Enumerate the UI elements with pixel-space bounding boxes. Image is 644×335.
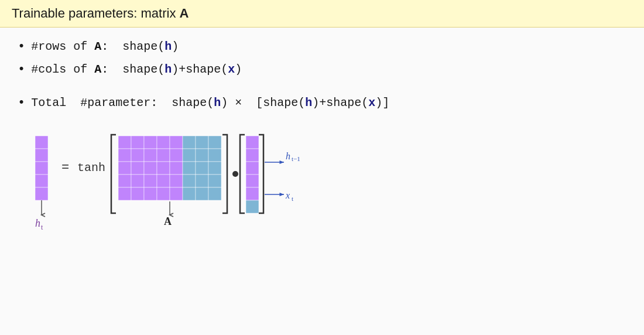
b3-total: Total #parameter: shape(: [31, 96, 214, 110]
svg-rect-30: [144, 187, 157, 200]
svg-rect-15: [144, 149, 157, 162]
svg-rect-10: [144, 136, 157, 149]
svg-rect-18: [118, 162, 131, 175]
b2-h: h: [165, 63, 172, 76]
vec-bracket-right: [259, 135, 263, 213]
svg-rect-52: [246, 175, 259, 187]
svg-rect-49: [246, 136, 259, 149]
diagram-svg: h t = tanh: [29, 124, 357, 265]
b1-A: A: [94, 40, 101, 53]
svg-rect-45: [183, 187, 196, 200]
equals-label: =: [61, 160, 69, 175]
matrix-a-label: A: [164, 216, 172, 227]
svg-rect-51: [246, 162, 259, 175]
b2-close: ): [235, 63, 242, 76]
svg-text:h: h: [35, 217, 40, 229]
b1-h: h: [165, 40, 172, 53]
slide: Trainable parameters: matrix A • #rows o…: [0, 0, 644, 335]
bullet2-text: #cols of A: shape(h)+shape(x): [31, 63, 242, 76]
svg-rect-27: [170, 175, 183, 187]
svg-rect-53: [246, 187, 259, 200]
bullet-rows: • #rows of A: shape(h): [18, 39, 626, 54]
xt-sub: t: [292, 195, 293, 202]
xt-label: x: [285, 190, 290, 200]
svg-rect-9: [131, 136, 144, 149]
svg-rect-42: [183, 175, 196, 187]
svg-rect-8: [118, 136, 131, 149]
svg-rect-43: [196, 175, 208, 187]
svg-rect-40: [196, 162, 208, 175]
svg-rect-44: [208, 175, 221, 187]
b2-plus: )+shape(: [172, 63, 228, 76]
b3-x: x: [368, 96, 375, 110]
xt-vector: [246, 200, 259, 213]
svg-rect-29: [131, 187, 144, 200]
dot-product: [232, 171, 238, 177]
svg-rect-23: [118, 175, 131, 187]
svg-rect-32: [170, 187, 183, 200]
svg-rect-14: [131, 149, 144, 162]
svg-rect-16: [157, 149, 170, 162]
svg-rect-22: [170, 162, 183, 175]
b3-h1: h: [214, 96, 221, 110]
svg-rect-37: [196, 149, 208, 162]
b1-prefix: #rows of: [31, 40, 94, 53]
b2-colon: : shape(: [101, 63, 165, 76]
svg-rect-46: [196, 187, 208, 200]
vec-bracket-left: [240, 135, 245, 213]
svg-rect-24: [131, 175, 144, 187]
svg-rect-31: [157, 187, 170, 200]
svg-rect-0: [35, 136, 48, 149]
content-area: • #rows of A: shape(h) • #cols of A: sha…: [0, 28, 644, 335]
title-bar: Trainable parameters: matrix A: [0, 0, 644, 28]
ht1-vector: [246, 136, 259, 200]
svg-rect-11: [157, 136, 170, 149]
svg-rect-47: [208, 187, 221, 200]
b1-close: ): [172, 40, 179, 53]
bracket-right: [222, 135, 227, 213]
svg-rect-28: [118, 187, 131, 200]
svg-rect-19: [131, 162, 144, 175]
svg-rect-54: [246, 200, 259, 213]
matrix-purple: [118, 136, 183, 200]
tanh-label: tanh: [77, 161, 105, 175]
b3-h2: h: [305, 96, 312, 110]
matrix-blue: [183, 136, 221, 200]
svg-rect-41: [208, 162, 221, 175]
b3-close: )]: [375, 96, 389, 110]
bullet-dot-1: •: [18, 39, 25, 54]
svg-rect-4: [35, 187, 48, 200]
b2-prefix: #cols of: [31, 63, 94, 76]
diagram-area: h t = tanh: [18, 124, 626, 329]
bullet-total: • Total #parameter: shape(h) × [shape(h)…: [18, 95, 626, 110]
svg-rect-33: [183, 136, 196, 149]
svg-rect-36: [183, 149, 196, 162]
bullet3-text: Total #parameter: shape(h) × [shape(h)+s…: [31, 96, 389, 110]
svg-rect-21: [157, 162, 170, 175]
ht1-label: h: [286, 151, 290, 161]
svg-rect-50: [246, 149, 259, 162]
svg-rect-20: [144, 162, 157, 175]
svg-rect-35: [208, 136, 221, 149]
svg-rect-1: [35, 149, 48, 162]
b3-plus: )+shape(: [312, 96, 368, 110]
bullet1-text: #rows of A: shape(h): [31, 40, 179, 53]
svg-rect-3: [35, 175, 48, 187]
svg-rect-26: [157, 175, 170, 187]
svg-rect-13: [118, 149, 131, 162]
svg-text:t: t: [41, 223, 43, 231]
b3-times: ) × [shape(: [221, 96, 305, 110]
svg-rect-25: [144, 175, 157, 187]
ht1-sub: t−1: [292, 155, 300, 162]
bullet-dot-2: •: [18, 62, 25, 77]
svg-rect-34: [196, 136, 208, 149]
title-highlight: A: [180, 6, 189, 20]
b2-A: A: [94, 63, 101, 76]
b1-colon: : shape(: [101, 40, 165, 53]
bullet-cols: • #cols of A: shape(h)+shape(x): [18, 62, 626, 77]
svg-rect-17: [170, 149, 183, 162]
svg-rect-39: [183, 162, 196, 175]
svg-rect-38: [208, 149, 221, 162]
b2-x: x: [228, 63, 235, 76]
title-prefix: Trainable parameters: matrix: [12, 6, 180, 20]
